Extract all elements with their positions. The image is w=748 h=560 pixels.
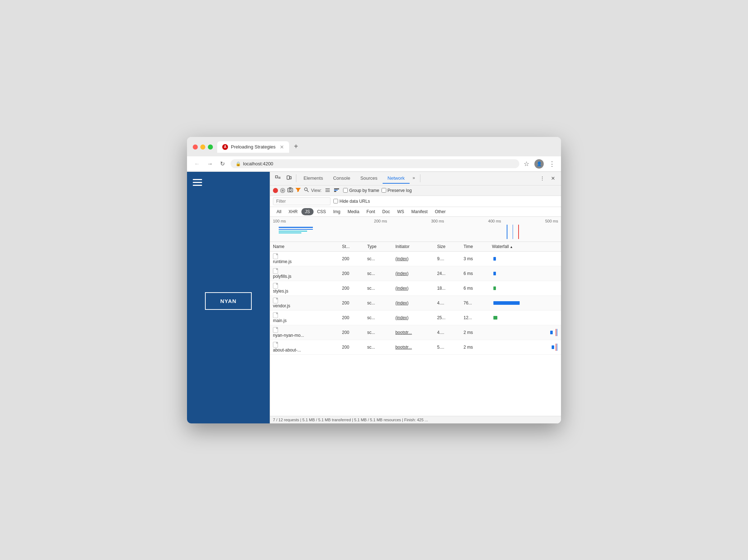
reload-button[interactable]: ↻ <box>219 160 226 168</box>
table-row[interactable]: about-about-...200sc...bootstr...5....2 … <box>270 340 561 354</box>
screenshot-button[interactable] <box>287 187 293 193</box>
view-buttons <box>324 187 341 194</box>
hide-data-urls-toggle[interactable]: Hide data URLs <box>333 199 370 204</box>
pill-js[interactable]: JS <box>301 208 314 215</box>
nyan-button[interactable]: NYAN <box>205 292 251 310</box>
svg-rect-0 <box>275 176 278 178</box>
tab-sources[interactable]: Sources <box>355 173 383 184</box>
avatar[interactable]: 👤 <box>534 159 544 169</box>
close-window-button[interactable] <box>193 144 198 150</box>
devtools-panel: Elements Console Sources Network » ⋮ ✕ <box>270 172 561 423</box>
status-bar: 7 / 12 requests | 5.1 MB / 5.1 MB transf… <box>270 416 561 423</box>
col-time[interactable]: Time <box>461 242 489 252</box>
lock-icon: 🔒 <box>236 161 241 166</box>
device-toolbar-button[interactable] <box>284 173 294 183</box>
window-controls <box>193 144 213 150</box>
back-button[interactable]: ← <box>193 160 201 168</box>
separator2 <box>420 174 420 182</box>
stop-recording-button[interactable] <box>280 188 285 193</box>
preserve-log-toggle[interactable]: Preserve log <box>382 188 412 193</box>
bookmark-icon[interactable]: ☆ <box>524 160 529 168</box>
pill-media[interactable]: Media <box>344 208 363 215</box>
time-300ms: 300 ms <box>387 219 444 223</box>
forward-button[interactable]: → <box>206 160 214 168</box>
url-bar[interactable]: 🔒 localhost:4200 <box>231 159 519 168</box>
main-area: NYAN <box>187 172 561 423</box>
svg-line-9 <box>307 191 309 192</box>
record-button[interactable] <box>273 188 278 193</box>
group-by-frame-toggle[interactable]: Group by frame <box>343 188 379 193</box>
col-type[interactable]: Type <box>364 242 393 252</box>
menu-icon[interactable]: ⋮ <box>549 160 555 168</box>
pill-manifest[interactable]: Manifest <box>408 208 431 215</box>
maximize-window-button[interactable] <box>208 144 213 150</box>
time-400ms: 400 ms <box>444 219 501 223</box>
tab-console[interactable]: Console <box>328 173 355 184</box>
svg-point-7 <box>289 189 291 191</box>
svg-rect-4 <box>288 179 288 180</box>
url-text: localhost:4200 <box>243 161 273 166</box>
col-size[interactable]: Size <box>434 242 461 252</box>
col-name[interactable]: Name <box>270 242 339 252</box>
view-label: View: <box>311 188 321 193</box>
pill-other[interactable]: Other <box>431 208 449 215</box>
col-status[interactable]: St... <box>339 242 364 252</box>
time-200ms: 200 ms <box>330 219 387 223</box>
time-500ms: 500 ms <box>501 219 558 223</box>
filter-icon[interactable] <box>295 187 302 194</box>
inspect-element-button[interactable] <box>273 173 283 183</box>
time-100ms: 100 ms <box>273 219 330 223</box>
preserve-log-label: Preserve log <box>388 188 412 193</box>
tab-title: Preloading Strategies <box>231 144 277 150</box>
hamburger-menu[interactable] <box>193 179 202 186</box>
table-row[interactable]: main.js200sc...(index)25...12... <box>270 310 561 325</box>
table-row[interactable]: vendor.js200sc...(index)4....76... <box>270 295 561 310</box>
hide-data-urls-checkbox[interactable] <box>333 199 338 203</box>
preserve-log-checkbox[interactable] <box>382 188 386 193</box>
col-initiator[interactable]: Initiator <box>392 242 434 252</box>
more-tabs-button[interactable]: » <box>410 173 418 184</box>
table-row[interactable]: polyfills.js200sc...(index)24...6 ms <box>270 266 561 281</box>
filter-bar: Hide data URLs <box>270 196 561 207</box>
waterfall-view-button[interactable] <box>332 187 341 194</box>
new-tab-button[interactable]: + <box>291 142 301 153</box>
settings-button[interactable]: ⋮ <box>537 173 547 183</box>
table-row[interactable]: runtime.js200sc...(index)9....3 ms <box>270 251 561 266</box>
search-button[interactable] <box>304 187 309 193</box>
group-by-frame-checkbox[interactable] <box>343 188 348 193</box>
filter-input[interactable] <box>273 197 330 205</box>
close-devtools-button[interactable]: ✕ <box>548 173 558 183</box>
pill-all[interactable]: All <box>273 208 285 215</box>
svg-point-8 <box>305 188 307 191</box>
waterfall-header: 100 ms 200 ms 300 ms 400 ms 500 ms <box>270 217 561 242</box>
svg-rect-14 <box>334 190 338 191</box>
separator <box>296 174 296 182</box>
table-row[interactable]: nyan-nyan-mo...200sc...bootstr...4....2 … <box>270 325 561 340</box>
tab-close-button[interactable]: ✕ <box>280 144 284 150</box>
col-waterfall[interactable]: Waterfall <box>489 242 561 252</box>
table-row[interactable]: styles.js200sc...(index)18...6 ms <box>270 281 561 295</box>
pill-xhr[interactable]: XHR <box>285 208 301 215</box>
pill-doc[interactable]: Doc <box>379 208 393 215</box>
pill-img[interactable]: Img <box>329 208 344 215</box>
hide-data-urls-label: Hide data URLs <box>339 199 370 204</box>
address-bar: ← → ↻ 🔒 localhost:4200 ☆ 👤 ⋮ <box>187 156 561 172</box>
title-bar: A Preloading Strategies ✕ + <box>187 137 561 156</box>
pill-css[interactable]: CSS <box>314 208 330 215</box>
list-view-button[interactable] <box>324 187 332 194</box>
browser-tab[interactable]: A Preloading Strategies ✕ <box>217 141 289 153</box>
pill-ws[interactable]: WS <box>393 208 407 215</box>
pill-font[interactable]: Font <box>363 208 379 215</box>
waterfall-visualization <box>273 225 558 239</box>
filter-pills: All XHR JS CSS Img Media Font Doc WS Man… <box>270 207 561 217</box>
devtools-actions: ⋮ ✕ <box>537 173 558 183</box>
tab-elements[interactable]: Elements <box>298 173 328 184</box>
address-actions: ☆ 👤 ⋮ <box>524 159 555 169</box>
minimize-window-button[interactable] <box>200 144 205 150</box>
table-header-row: Name St... Type Initiator Size Time Wate… <box>270 242 561 252</box>
tab-favicon: A <box>222 144 228 150</box>
devtools-tabs: Elements Console Sources Network » <box>298 173 418 184</box>
browser-window: A Preloading Strategies ✕ + ← → ↻ 🔒 loca… <box>187 137 561 423</box>
tab-network[interactable]: Network <box>383 173 410 184</box>
devtools-toolbar: View: <box>270 185 561 196</box>
